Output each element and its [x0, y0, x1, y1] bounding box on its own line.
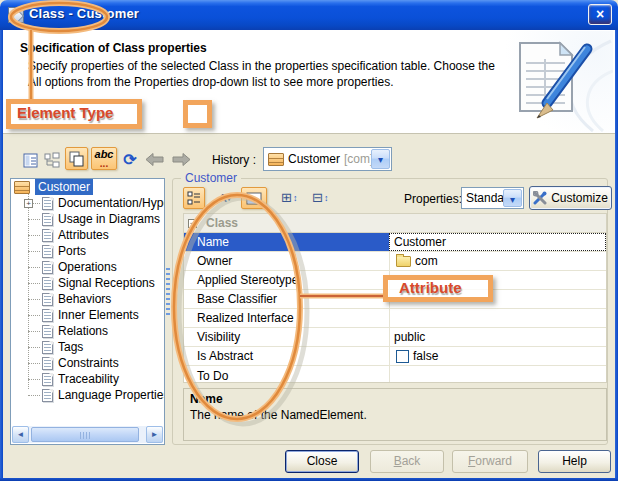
property-name[interactable]: To Do [184, 366, 389, 383]
chevron-down-icon[interactable]: ▾ [371, 149, 390, 169]
property-name[interactable]: Applied Stereotype [184, 271, 389, 289]
collapse-all-icon[interactable]: ⊟↕ [312, 190, 328, 205]
property-value[interactable]: false [389, 347, 606, 365]
tree-item-label[interactable]: Traceability [58, 372, 119, 386]
tree-item-documentation[interactable]: + Documentation/Hyperlin [11, 195, 164, 211]
history-dropdown[interactable]: Customer [com] ▾ [263, 147, 392, 171]
property-value[interactable]: com [389, 252, 606, 270]
customize-label: Customize [551, 191, 608, 205]
tree-item-usage-in-diagrams[interactable]: Usage in Diagrams [11, 211, 164, 227]
close-icon[interactable]: × [588, 4, 612, 25]
tree-item-label[interactable]: Operations [58, 260, 117, 274]
tree-item-inner-elements[interactable]: Inner Elements [11, 307, 164, 323]
refresh-icon[interactable]: ⟳ [120, 148, 140, 170]
tree-item-label[interactable]: Ports [58, 244, 86, 258]
tree-item-ports[interactable]: Ports [11, 243, 164, 259]
folder-icon [396, 256, 411, 267]
category-row-class[interactable]: − Class [184, 214, 606, 233]
collapse-glyph: ⊟ [312, 190, 323, 205]
property-value[interactable]: public [389, 328, 606, 346]
tree-item-label[interactable]: Signal Receptions [58, 276, 155, 290]
description-text: The name of the NamedElement. [190, 408, 600, 422]
tree-item-constraints[interactable]: Constraints [11, 355, 164, 371]
categorized-view-icon[interactable] [183, 187, 205, 209]
table-row-name[interactable]: Name Customer [184, 233, 606, 252]
tree-item-label[interactable]: Language Properties [58, 388, 165, 402]
forward-button[interactable]: Forward [452, 450, 528, 473]
scroll-right-icon[interactable]: ► [146, 426, 163, 443]
property-value[interactable] [389, 366, 606, 383]
customize-button[interactable]: Customize [529, 186, 612, 210]
table-row-owner[interactable]: Owner com [184, 252, 606, 271]
table-row-is-abstract[interactable]: Is Abstract false [184, 347, 606, 366]
table-row-applied-stereotype[interactable]: Applied Stereotype [184, 271, 606, 290]
back-button[interactable]: Back [370, 450, 444, 473]
chevron-down-icon[interactable]: ▾ [503, 189, 522, 207]
tree-item-label[interactable]: Tags [58, 340, 83, 354]
title-bar[interactable]: Class - Customer × [0, 0, 618, 30]
scrollbar-thumb[interactable] [31, 427, 139, 442]
table-row-visibility[interactable]: Visibility public [184, 328, 606, 347]
is-abstract-value: false [413, 349, 438, 363]
page-icon [42, 261, 53, 274]
properties-dropdown[interactable]: Standard ▾ [461, 187, 524, 209]
property-name[interactable]: Name [184, 233, 389, 251]
close-button[interactable]: Close [285, 450, 359, 473]
horizontal-scrollbar[interactable]: ◄ ► [12, 426, 163, 443]
expand-glyph: ⊞ [281, 190, 292, 205]
property-value[interactable] [389, 309, 606, 327]
tree-item-label[interactable]: Behaviors [58, 292, 111, 306]
expand-icon[interactable]: + [24, 199, 33, 208]
checkbox[interactable] [396, 350, 409, 363]
splitter-handle[interactable] [166, 268, 170, 318]
specification-tree[interactable]: Customer + Documentation/Hyperlin Usage … [10, 178, 165, 445]
back-icon[interactable] [146, 153, 164, 166]
tree-item-label[interactable]: Constraints [58, 356, 119, 370]
hierarchy-view-icon[interactable] [42, 150, 62, 170]
tree-item-label[interactable]: Inner Elements [58, 308, 139, 322]
window-title: Class - Customer [29, 6, 139, 21]
property-value[interactable]: Customer [389, 233, 606, 251]
sort-alphabetically-icon[interactable]: A▾ [215, 190, 235, 206]
wrench-icon [533, 191, 547, 205]
tree-item-label[interactable]: Customer [35, 179, 93, 195]
description-title: Name [190, 392, 600, 406]
tree-item-behaviors[interactable]: Behaviors [11, 291, 164, 307]
show-description-icon[interactable] [241, 187, 267, 209]
forward-icon[interactable] [172, 153, 190, 166]
property-name[interactable]: Visibility [184, 328, 389, 346]
customer-group-box: Customer A▾ ⊞↕ ⊟↕ Properties: Standard ▾… [172, 178, 608, 445]
page-icon [42, 309, 53, 322]
property-name[interactable]: Base Classifier [184, 290, 389, 308]
copy-icon[interactable] [65, 147, 88, 170]
header-heading: Specification of Class properties [20, 41, 207, 55]
tree-item-label[interactable]: Attributes [58, 228, 109, 242]
tree-item-traceability[interactable]: Traceability [11, 371, 164, 387]
back-rest: ack [402, 454, 421, 468]
property-value[interactable] [389, 271, 606, 289]
tree-item-label[interactable]: Relations [58, 324, 108, 338]
scroll-left-icon[interactable]: ◄ [12, 426, 29, 443]
collapse-icon[interactable]: − [188, 219, 197, 228]
tree-item-language-properties[interactable]: Language Properties [11, 387, 164, 403]
tree-item-operations[interactable]: Operations [11, 259, 164, 275]
tree-item-label[interactable]: Documentation/Hyperlin [58, 196, 165, 210]
tree-item-relations[interactable]: Relations [11, 323, 164, 339]
table-row-realized-interface[interactable]: Realized Interface [184, 309, 606, 328]
property-value[interactable] [389, 290, 606, 308]
table-row-to-do[interactable]: To Do [184, 366, 606, 383]
property-name[interactable]: Realized Interface [184, 309, 389, 327]
help-button[interactable]: Help [538, 450, 611, 473]
tree-item-label[interactable]: Usage in Diagrams [58, 212, 160, 226]
table-row-base-classifier[interactable]: Base Classifier [184, 290, 606, 309]
property-name[interactable]: Owner [184, 252, 389, 270]
tree-item-customer[interactable]: Customer [11, 179, 164, 195]
tree-item-signal-receptions[interactable]: Signal Receptions [11, 275, 164, 291]
spelling-icon[interactable]: abc ... [91, 147, 117, 170]
tree-item-tags[interactable]: Tags [11, 339, 164, 355]
property-name[interactable]: Is Abstract [184, 347, 389, 365]
tree-item-attributes[interactable]: Attributes [11, 227, 164, 243]
expand-all-icon[interactable]: ⊞↕ [281, 190, 297, 205]
page-icon [42, 373, 53, 386]
properties-view-icon[interactable] [20, 150, 40, 170]
